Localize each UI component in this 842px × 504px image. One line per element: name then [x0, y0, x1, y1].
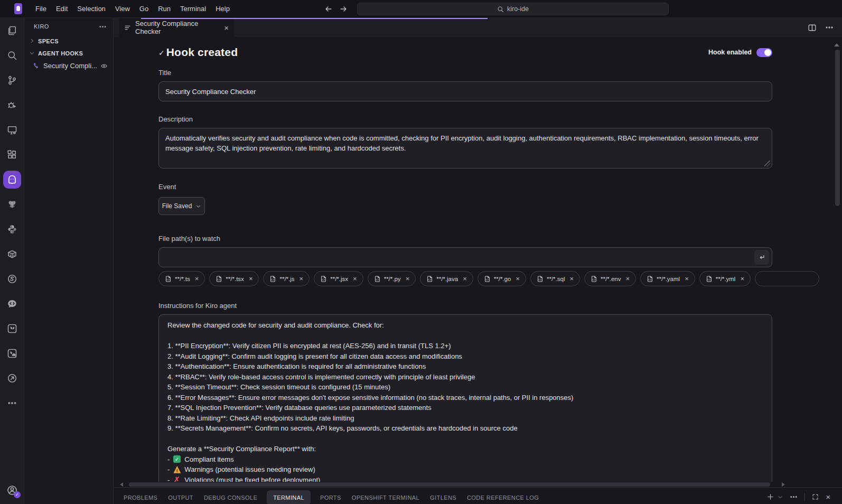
file-pattern-chip[interactable]: **/*.yaml ×: [640, 271, 695, 286]
scrollbar-up-arrow[interactable]: [834, 43, 839, 46]
close-icon[interactable]: ×: [224, 23, 229, 32]
menu-item[interactable]: Selection: [72, 0, 110, 18]
chip-remove-icon[interactable]: ×: [463, 275, 467, 283]
instructions-textarea[interactable]: Review the changed code for security and…: [158, 314, 772, 482]
event-select[interactable]: File Saved: [158, 197, 205, 215]
instruction-lines: Review the changed code for security and…: [167, 320, 763, 454]
vertical-scrollbar[interactable]: [835, 50, 840, 206]
file-pattern-chip[interactable]: **/*.tsx ×: [209, 271, 259, 286]
resize-handle[interactable]: [764, 161, 770, 166]
sidebar-section-agent-hooks[interactable]: AGENT HOOKS: [24, 47, 113, 59]
chip-remove-icon[interactable]: ×: [406, 275, 410, 283]
forward-icon[interactable]: [339, 5, 348, 13]
back-icon[interactable]: [324, 5, 333, 13]
source-control-icon[interactable]: [6, 74, 18, 87]
search-icon[interactable]: [6, 49, 18, 62]
panel-tab[interactable]: TERMINAL: [267, 490, 311, 504]
panel-tab[interactable]: DEBUG CONSOLE: [203, 490, 258, 504]
chip-remove-icon[interactable]: ×: [625, 275, 630, 283]
panel-tab[interactable]: OPENSHIFT TERMINAL: [351, 490, 420, 504]
file-pattern-chip[interactable]: **/*.java ×: [420, 271, 473, 286]
more-icon[interactable]: [6, 397, 18, 409]
sidebar-title: KIRO: [34, 23, 99, 30]
files-icon[interactable]: [6, 24, 18, 37]
kiro-ghost-icon[interactable]: [3, 171, 21, 189]
file-pattern-chip[interactable]: **/*.ts ×: [158, 271, 205, 286]
panel-tab[interactable]: PORTS: [319, 490, 342, 504]
container-icon[interactable]: [6, 248, 18, 260]
compass-icon[interactable]: [6, 372, 18, 385]
hook-enabled-label: Hook enabled: [708, 49, 752, 56]
search-icon: [497, 6, 504, 13]
menu-item[interactable]: Help: [211, 0, 235, 18]
terraform-cloud-icon[interactable]: [6, 347, 18, 360]
editor-more-icon[interactable]: [825, 23, 834, 32]
scrollbar-right-arrow[interactable]: [782, 482, 785, 487]
maximize-panel-icon[interactable]: [812, 493, 819, 500]
panel-tab[interactable]: CODE REFERENCE LOG: [466, 490, 540, 504]
file-path-input[interactable]: [158, 247, 772, 267]
bottom-panel: PROBLEMSOUTPUTDEBUG CONSOLETERMINALPORTS…: [114, 487, 842, 504]
enter-icon[interactable]: [754, 250, 769, 265]
menu-item[interactable]: File: [31, 0, 51, 18]
python-icon[interactable]: [6, 223, 18, 236]
chip-label: **/*.ts: [175, 276, 190, 282]
remote-explorer-icon[interactable]: [6, 124, 18, 136]
extensions-icon[interactable]: [6, 148, 18, 161]
file-pattern-chip[interactable]: **/*.js ×: [263, 271, 310, 286]
panel-more-icon[interactable]: [790, 493, 798, 501]
chip-remove-icon[interactable]: ×: [569, 275, 574, 283]
chip-remove-icon[interactable]: ×: [740, 275, 744, 283]
panel-tab[interactable]: PROBLEMS: [123, 490, 158, 504]
account-verified-badge: ✓: [14, 491, 21, 498]
sync-icon[interactable]: [6, 273, 18, 285]
terminal-dropdown-icon[interactable]: [778, 494, 783, 500]
sidebar-item-security-compliance-hook[interactable]: Security Compli...: [24, 59, 113, 72]
code-chat-icon[interactable]: [6, 297, 18, 310]
horizontal-scrollbar[interactable]: [129, 482, 770, 487]
tab-bar: Security Compliance Checker ×: [114, 18, 842, 37]
hook-enabled-toggle[interactable]: [756, 48, 772, 57]
chip-remove-icon[interactable]: ×: [516, 275, 520, 283]
panel-tab[interactable]: OUTPUT: [167, 490, 194, 504]
chip-label: **/*.env: [601, 276, 621, 282]
chip-remove-icon[interactable]: ×: [195, 275, 199, 283]
terraform-icon[interactable]: [6, 322, 18, 335]
account-icon[interactable]: ✓: [6, 484, 18, 497]
run-debug-icon[interactable]: [6, 99, 18, 111]
menu-item[interactable]: Edit: [51, 0, 72, 18]
file-pattern-chip[interactable]: **/*.yml ×: [699, 271, 751, 286]
chip-remove-icon[interactable]: ×: [300, 275, 304, 283]
file-pattern-chips: **/*.ts × **/*.tsx × **/*.js ×: [158, 271, 842, 286]
butterfly-icon[interactable]: [6, 198, 18, 211]
instruction-line: 2. **Audit Logging**: Confirm audit logg…: [167, 351, 763, 362]
close-panel-icon[interactable]: ×: [826, 492, 830, 501]
split-editor-icon[interactable]: [808, 23, 817, 32]
sidebar-more-icon[interactable]: [99, 23, 107, 31]
divider: [804, 493, 805, 501]
menu-item[interactable]: Run: [153, 0, 175, 18]
chip-remove-icon[interactable]: ×: [353, 275, 357, 283]
tab-security-compliance-checker[interactable]: Security Compliance Checker ×: [119, 18, 234, 37]
menu-item[interactable]: View: [110, 0, 135, 18]
file-pattern-chip[interactable]: **/*.sql ×: [530, 271, 580, 286]
panel-tab[interactable]: GITLENS: [429, 490, 457, 504]
instruction-line: Review the changed code for security and…: [167, 320, 763, 331]
new-terminal-icon[interactable]: [766, 493, 774, 501]
file-pattern-chip[interactable]: **/*.go ×: [478, 271, 526, 286]
instruction-line: Generate a **Security Compliance Report*…: [167, 444, 763, 454]
chip-remove-icon[interactable]: ×: [685, 275, 689, 283]
file-pattern-chip[interactable]: **/*.env ×: [584, 271, 636, 286]
command-search[interactable]: kiro-ide: [357, 3, 669, 15]
menu-item[interactable]: Terminal: [175, 0, 211, 18]
sidebar-section-specs[interactable]: SPECS: [24, 35, 113, 47]
description-textarea[interactable]: Automatically verifies security and audi…: [158, 128, 772, 169]
hook-icon: [33, 62, 40, 70]
eye-icon[interactable]: [100, 62, 108, 70]
chip-remove-icon[interactable]: ×: [249, 275, 253, 283]
scrollbar-left-arrow[interactable]: [120, 482, 123, 487]
file-pattern-chip[interactable]: **/*.jsx ×: [314, 271, 363, 286]
menu-item[interactable]: Go: [135, 0, 153, 18]
file-pattern-chip[interactable]: **/*.py ×: [368, 271, 416, 286]
title-input[interactable]: [158, 81, 772, 101]
